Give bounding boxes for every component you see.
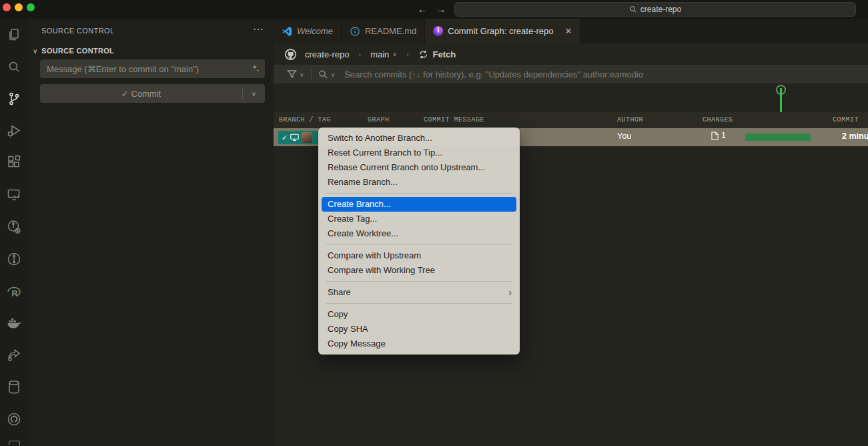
tab-label: Commit Graph: create-repo xyxy=(448,26,553,36)
nav-back-button[interactable]: ← xyxy=(415,0,430,19)
commit-search-bar: ∨ ∨ xyxy=(274,65,868,83)
commit-message-box: ✦✦ xyxy=(40,59,265,78)
column-header-changes[interactable]: CHANGES xyxy=(703,116,733,124)
activity-database[interactable] xyxy=(0,371,27,403)
source-control-sidebar: SOURCE CONTROL ⋯ ∨ SOURCE CONTROL ✦✦ ✓ C… xyxy=(27,19,274,446)
graph-branch-line xyxy=(780,88,782,113)
source-control-section-header[interactable]: ∨ SOURCE CONTROL xyxy=(27,43,274,58)
worktree-monitor-icon xyxy=(290,134,299,142)
chevron-down-icon: ∨ xyxy=(33,47,37,55)
github-icon xyxy=(6,411,22,427)
info-icon xyxy=(350,26,360,37)
extensions-icon xyxy=(6,155,22,171)
section-label: SOURCE CONTROL xyxy=(41,47,114,55)
title-bar: ← → create-repo xyxy=(0,0,868,19)
activity-overflow-icon[interactable] xyxy=(9,441,20,445)
commit-button-label: ✓ Commit xyxy=(40,89,242,99)
sync-icon xyxy=(418,49,428,59)
activity-remote-explorer[interactable] xyxy=(0,179,27,211)
menu-item-switch-to-another-branch[interactable]: Switch to Another Branch... xyxy=(318,131,520,146)
commit-dropdown-button[interactable]: ∨ xyxy=(242,87,265,99)
share-fork-icon xyxy=(6,347,22,363)
menu-separator xyxy=(326,244,512,245)
column-header-author[interactable]: AUTHOR xyxy=(617,116,643,124)
activity-run-debug[interactable] xyxy=(0,115,27,147)
menu-item-rename-branch[interactable]: Rename Branch... xyxy=(318,175,520,190)
nav-forward-button[interactable]: → xyxy=(434,0,448,19)
menu-item-compare-with-upstream[interactable]: Compare with Upstream xyxy=(318,248,520,263)
menu-item-reset-current-branch-to-tip[interactable]: Reset Current Branch to Tip... xyxy=(318,146,520,160)
commit-search-input[interactable] xyxy=(343,69,868,80)
docker-icon xyxy=(6,315,22,331)
github-repo-icon xyxy=(284,48,297,61)
file-icon xyxy=(711,132,719,140)
column-header-branch-tag[interactable]: BRANCH / TAG xyxy=(279,116,331,124)
submenu-chevron-icon: › xyxy=(508,285,512,300)
activity-share[interactable] xyxy=(0,339,27,371)
activity-extensions[interactable] xyxy=(0,147,27,179)
menu-item-create-tag[interactable]: Create Tag... xyxy=(318,212,520,226)
activity-search[interactable] xyxy=(0,51,27,83)
gitlens-icon xyxy=(6,251,22,267)
activity-explorer[interactable] xyxy=(0,19,27,51)
activity-r-language[interactable]: R xyxy=(0,275,27,307)
tab-bar: Welcome README.md Commit Graph: create-r… xyxy=(274,19,868,43)
breadcrumb-separator: › xyxy=(406,50,409,58)
activity-gitlens-inspect[interactable] xyxy=(0,211,27,243)
menu-item-copy-sha[interactable]: Copy SHA xyxy=(318,322,520,337)
sparkle-ai-icon[interactable]: ✦✦ xyxy=(252,63,260,73)
branch-tag-badge[interactable]: ✓ xyxy=(278,131,318,144)
divider xyxy=(311,69,312,79)
menu-item-create-branch[interactable]: Create Branch... xyxy=(322,197,516,212)
breadcrumb-repo[interactable]: create-repo xyxy=(305,49,349,59)
command-center-search[interactable]: create-repo xyxy=(454,2,856,17)
commit-author: You xyxy=(617,132,631,141)
files-icon xyxy=(6,27,22,43)
tab-label: README.md xyxy=(365,26,416,36)
vscode-logo-icon xyxy=(282,26,292,37)
column-header-commit-message[interactable]: COMMIT MESSAGE xyxy=(424,116,484,124)
branch-context-menu: Switch to Another Branch...Reset Current… xyxy=(318,128,520,355)
tab-readme[interactable]: README.md xyxy=(342,19,425,43)
breadcrumb-branch[interactable]: main xyxy=(370,49,389,59)
gitlens-tab-icon xyxy=(433,26,443,36)
close-tab-icon[interactable]: ✕ xyxy=(564,26,572,36)
tab-commit-graph[interactable]: Commit Graph: create-repo ✕ xyxy=(425,19,580,43)
menu-item-copy[interactable]: Copy xyxy=(318,307,520,322)
r-language-icon: R xyxy=(6,283,22,299)
menu-item-rebase-current-branch-onto-upstream[interactable]: Rebase Current Branch onto Upstream... xyxy=(318,160,520,175)
search-icon xyxy=(629,5,637,13)
command-center-text: create-repo xyxy=(640,5,681,14)
menu-item-compare-with-working-tree[interactable]: Compare with Working Tree xyxy=(318,263,520,278)
menu-item-copy-message[interactable]: Copy Message xyxy=(318,337,520,351)
remote-explorer-icon xyxy=(6,187,22,203)
commit-graph-toolbar: create-repo › main ∨ › Fetch xyxy=(274,43,868,65)
check-icon: ✓ xyxy=(282,134,288,142)
commit-time: 2 minu xyxy=(842,132,868,141)
graph-column-headers: BRANCH / TAGGRAPHCOMMIT MESSAGEAUTHORCHA… xyxy=(274,112,868,128)
activity-gitlens[interactable] xyxy=(0,243,27,275)
search-icon[interactable] xyxy=(318,69,328,79)
activity-github[interactable] xyxy=(0,403,27,435)
menu-separator xyxy=(326,281,512,282)
chevron-down-icon: ∨ xyxy=(252,90,256,97)
menu-item-create-worktree[interactable]: Create Worktree... xyxy=(318,226,520,241)
tab-welcome[interactable]: Welcome xyxy=(274,19,342,43)
minimize-window-button[interactable] xyxy=(15,3,23,11)
search-icon xyxy=(6,59,22,75)
close-window-button[interactable] xyxy=(3,3,11,11)
gitlens-inspect-icon xyxy=(6,219,22,235)
avatar xyxy=(302,132,312,143)
column-header-graph[interactable]: GRAPH xyxy=(368,116,390,124)
activity-source-control[interactable] xyxy=(0,83,27,115)
activity-docker[interactable] xyxy=(0,307,27,339)
more-actions-icon[interactable]: ⋯ xyxy=(253,23,264,35)
column-header-commit[interactable]: COMMIT xyxy=(833,116,859,124)
commit-message-input[interactable] xyxy=(40,64,265,74)
menu-item-share[interactable]: Share› xyxy=(318,285,520,300)
maximize-window-button[interactable] xyxy=(27,3,35,11)
fetch-button[interactable]: Fetch xyxy=(418,49,456,59)
menu-separator xyxy=(326,193,512,194)
filter-icon[interactable] xyxy=(287,69,297,79)
commit-button[interactable]: ✓ Commit ∨ xyxy=(40,84,265,103)
